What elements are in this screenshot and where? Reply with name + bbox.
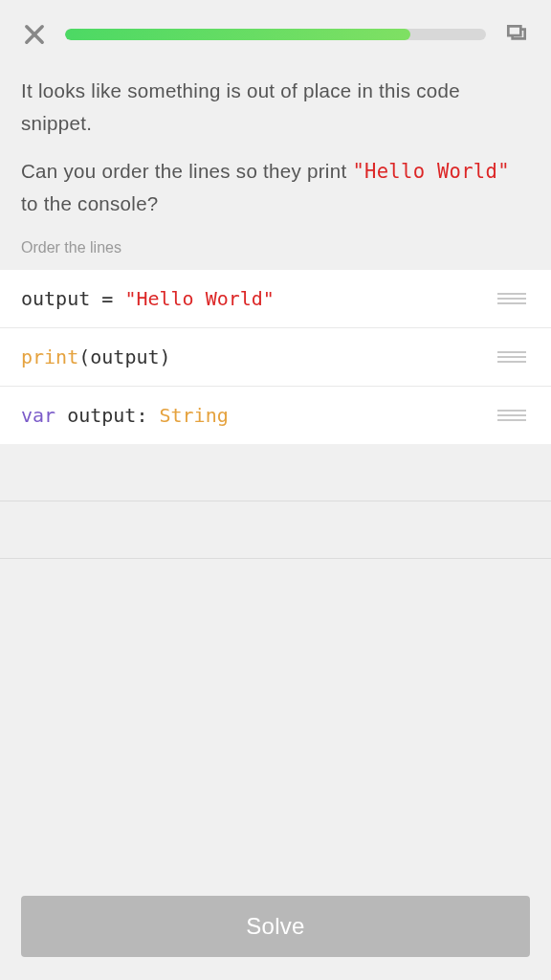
instruction-label: Order the lines <box>0 239 551 270</box>
question-p2: Can you order the lines so they print "H… <box>21 155 530 221</box>
progress-bar <box>65 29 486 40</box>
drag-handle-icon[interactable] <box>494 347 530 367</box>
report-button[interactable] <box>501 19 532 50</box>
footer: Solve <box>0 880 551 980</box>
header <box>0 0 551 59</box>
code-content: print(output) <box>21 345 494 368</box>
drag-handle-icon[interactable] <box>494 289 530 308</box>
report-icon <box>504 22 529 47</box>
code-line[interactable]: var output: String <box>0 387 551 444</box>
close-icon <box>21 21 48 48</box>
code-line[interactable]: print(output) <box>0 328 551 387</box>
code-content: var output: String <box>21 404 494 427</box>
code-content: output = "Hello World" <box>21 287 494 310</box>
progress-fill <box>65 29 410 40</box>
dropzone-slot[interactable] <box>0 444 551 501</box>
code-lines-list: output = "Hello World"print(output)var o… <box>0 270 551 444</box>
solve-button[interactable]: Solve <box>21 896 530 957</box>
code-line[interactable]: output = "Hello World" <box>0 270 551 328</box>
drag-handle-icon[interactable] <box>494 406 530 425</box>
question-text: It looks like something is out of place … <box>0 59 551 239</box>
dropzone-area[interactable] <box>0 444 551 880</box>
question-p1: It looks like something is out of place … <box>21 75 530 140</box>
inline-code: "Hello World" <box>352 160 509 183</box>
dropzone-slot[interactable] <box>0 501 551 559</box>
close-button[interactable] <box>19 19 50 50</box>
